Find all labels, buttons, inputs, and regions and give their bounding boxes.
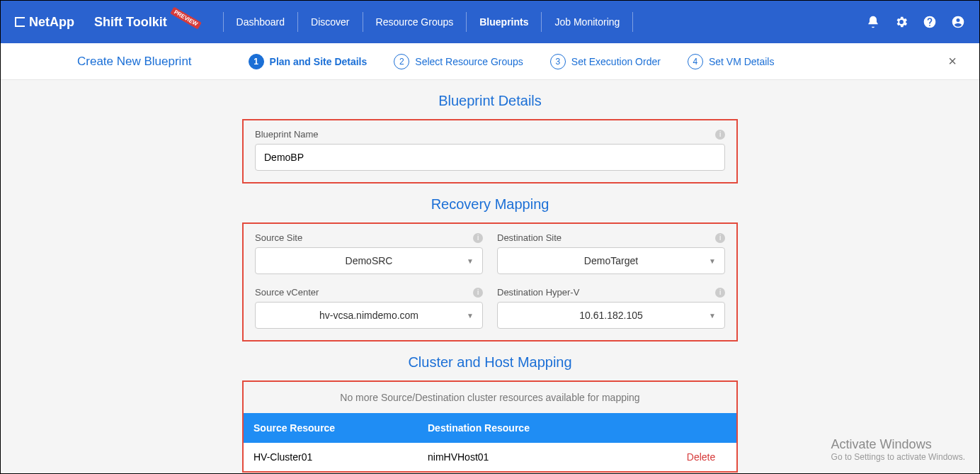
chevron-down-icon: ▼ (709, 257, 716, 265)
wizard-steps-bar: Create New Blueprint 1 Plan and Site Det… (1, 43, 979, 80)
app-name: Shift Toolkit PREVIEW (94, 15, 202, 30)
info-icon[interactable]: i (715, 288, 725, 298)
wizard-title: Create New Blueprint (77, 55, 192, 69)
step-set-vm-details[interactable]: 4 Set VM Details (688, 54, 775, 69)
dest-hyperv-label: Destination Hyper-V (497, 287, 579, 298)
preview-badge: PREVIEW (170, 6, 201, 29)
watermark-line1: Activate Windows (831, 437, 965, 452)
dest-hyperv-label-row: Destination Hyper-V i (497, 287, 725, 298)
nav-discover[interactable]: Discover (297, 12, 362, 32)
cluster-mapping-box: No more Source/Destination cluster resou… (242, 380, 738, 473)
top-nav: NetApp Shift Toolkit PREVIEW Dashboard D… (1, 1, 979, 43)
source-vcenter-select[interactable]: hv-vcsa.nimdemo.com ▼ (255, 302, 483, 329)
nav-job-monitoring[interactable]: Job Monitoring (541, 12, 633, 32)
bp-name-label: Blueprint Name (255, 129, 319, 140)
info-icon[interactable]: i (715, 233, 725, 243)
step-3-number: 3 (550, 54, 566, 69)
wizard-content: Blueprint Details Blueprint Name i Recov… (1, 80, 979, 474)
source-vcenter-label: Source vCenter (255, 287, 319, 298)
cell-source-resource: HV-Cluster01 (244, 451, 428, 463)
dest-hyperv-value: 10.61.182.105 (579, 310, 643, 321)
nav-blueprints[interactable]: Blueprints (466, 12, 541, 32)
step-4-number: 4 (688, 54, 703, 69)
source-site-select[interactable]: DemoSRC ▼ (255, 247, 483, 274)
col-destination-resource: Destination Resource (428, 422, 736, 434)
windows-activation-watermark: Activate Windows Go to Settings to activ… (831, 437, 965, 462)
netapp-logo-icon (15, 17, 25, 27)
info-icon[interactable]: i (715, 130, 725, 140)
main-nav: Dashboard Discover Resource Groups Bluep… (223, 1, 634, 43)
step-3-label: Set Execution Order (571, 56, 661, 67)
user-icon[interactable] (951, 15, 965, 29)
delete-row-link[interactable]: Delete (687, 451, 715, 463)
source-site-value: DemoSRC (346, 255, 393, 266)
step-plan-details[interactable]: 1 Plan and Site Details (249, 54, 368, 69)
chevron-down-icon: ▼ (467, 257, 474, 265)
bell-icon[interactable] (866, 15, 880, 29)
cell-destination-resource: nimHVHost01 (428, 451, 666, 463)
section-recovery-mapping: Recovery Mapping (431, 196, 549, 213)
blueprint-details-box: Blueprint Name i (242, 119, 738, 184)
nav-dashboard[interactable]: Dashboard (223, 12, 298, 32)
col-source-resource: Source Resource (244, 422, 428, 434)
source-vcenter-label-row: Source vCenter i (255, 287, 483, 298)
watermark-line2: Go to Settings to activate Windows. (831, 452, 965, 462)
table-row: HV-Cluster01 nimHVHost01 Delete (244, 443, 736, 471)
gear-icon[interactable] (894, 15, 908, 29)
section-cluster-mapping: Cluster and Host Mapping (408, 354, 571, 371)
step-1-number: 1 (249, 54, 264, 69)
no-more-resources-msg: No more Source/Destination cluster resou… (244, 382, 736, 413)
bp-name-input[interactable] (255, 144, 725, 171)
chevron-down-icon: ▼ (709, 312, 716, 320)
brand-logo: NetApp (15, 15, 74, 30)
dest-site-select[interactable]: DemoTarget ▼ (497, 247, 725, 274)
dest-hyperv-select[interactable]: 10.61.182.105 ▼ (497, 302, 725, 329)
step-set-execution-order[interactable]: 3 Set Execution Order (550, 54, 661, 69)
step-2-label: Select Resource Groups (415, 56, 523, 67)
info-icon[interactable]: i (473, 233, 483, 243)
dest-site-value: DemoTarget (584, 255, 638, 266)
info-icon[interactable]: i (473, 288, 483, 298)
source-vcenter-value: hv-vcsa.nimdemo.com (319, 310, 418, 321)
recovery-mapping-box: Source Site i DemoSRC ▼ Destination Site… (242, 222, 738, 342)
close-icon[interactable]: × (942, 50, 962, 72)
step-1-label: Plan and Site Details (270, 56, 368, 67)
step-select-resource-groups[interactable]: 2 Select Resource Groups (394, 54, 523, 69)
dest-site-label: Destination Site (497, 232, 562, 243)
section-blueprint-details: Blueprint Details (438, 93, 542, 109)
topbar-actions (866, 15, 965, 29)
cluster-table-header: Source Resource Destination Resource (244, 413, 736, 443)
step-2-number: 2 (394, 54, 409, 69)
app-name-text: Shift Toolkit (94, 15, 167, 30)
chevron-down-icon: ▼ (467, 312, 474, 320)
step-4-label: Set VM Details (709, 56, 775, 67)
brand-text: NetApp (29, 15, 74, 30)
source-site-label: Source Site (255, 232, 302, 243)
source-site-label-row: Source Site i (255, 232, 483, 243)
wizard-steps: 1 Plan and Site Details 2 Select Resourc… (249, 54, 775, 69)
bp-name-label-row: Blueprint Name i (255, 129, 725, 140)
help-icon[interactable] (923, 15, 937, 29)
nav-resource-groups[interactable]: Resource Groups (363, 12, 467, 32)
dest-site-label-row: Destination Site i (497, 232, 725, 243)
